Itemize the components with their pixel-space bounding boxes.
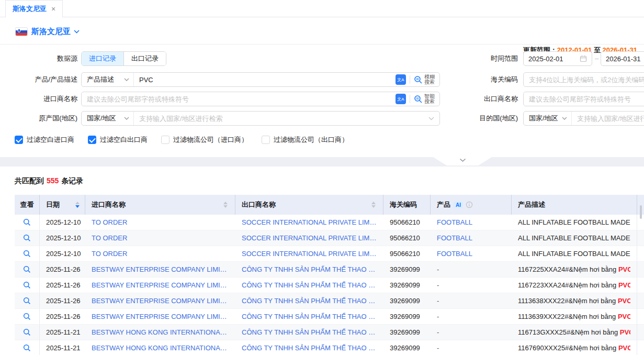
exporter-link[interactable]: SOCCER INTERNATIONAL PRIVATE LIMITED — [242, 234, 377, 242]
origin-select[interactable]: 国家/地区 — [82, 112, 134, 125]
summary-count: 555 — [47, 176, 59, 185]
importer-link[interactable]: BESTWAY ENTERPRISE COMPANY LIMITED — [92, 265, 229, 273]
tab-slovenia[interactable]: 斯洛文尼亚 × — [5, 0, 63, 17]
importer-cell: BESTWAY ENTERPRISE COMPANY LIMITED — [85, 262, 235, 277]
importer-search-addons: 文A 智能搜索 — [391, 94, 439, 104]
product-search-group: 产品描述 文A 模糊搜索 — [81, 72, 440, 87]
extra-cell — [637, 262, 644, 277]
importer-link[interactable]: TO ORDER — [92, 218, 127, 226]
importer-link[interactable]: BESTWAY HONG KONG INTERNATIONAL LI... — [92, 328, 229, 336]
exporter-link[interactable]: SOCCER INTERNATIONAL PRIVATE LIMITED — [242, 218, 377, 226]
slovenia-flag-icon — [16, 28, 27, 36]
date-start-input[interactable]: 2025-02-01 — [523, 51, 592, 66]
fuzzy-search-button[interactable]: 模糊搜索 — [414, 74, 435, 85]
close-icon[interactable]: × — [51, 5, 55, 13]
results-panel: 共匹配到555条记录 查看 日期 进口商名称 出口商名称 海关编码 产品 AI — [0, 167, 644, 355]
exporter-link[interactable]: CÔNG TY TNHH SẢN PHẨM THỂ THAO GIẢ... — [242, 265, 377, 273]
header-product: 产品 AI — [431, 195, 512, 215]
product-link[interactable]: - — [437, 328, 439, 336]
smart-search-button[interactable]: 智能搜索 — [414, 94, 435, 104]
view-search-icon — [23, 265, 31, 273]
origin-select-value: 国家/地区 — [87, 114, 116, 123]
destination-select-value: 国家/地区 — [529, 114, 558, 123]
importer-link[interactable]: BESTWAY ENTERPRISE COMPANY LIMITED — [92, 297, 229, 305]
checkbox-icon[interactable] — [88, 136, 96, 144]
origin-input[interactable] — [134, 115, 423, 123]
chevron-down-icon — [124, 117, 129, 120]
destination-select[interactable]: 国家/地区 — [524, 112, 572, 125]
importer-search-input[interactable] — [82, 95, 391, 103]
product-link[interactable]: FOOTBALL — [437, 250, 472, 258]
exporter-link[interactable]: CÔNG TY TNHH SẢN PHẨM THỂ THAO GIẢ... — [242, 313, 377, 320]
table-body: 2025-12-10 TO ORDER SOCCER INTERNATIONAL… — [15, 215, 644, 355]
product-cell: - — [431, 293, 512, 308]
importer-cell: TO ORDER — [85, 246, 235, 261]
product-link[interactable]: FOOTBALL — [437, 234, 472, 242]
sort-icons[interactable] — [75, 202, 80, 208]
product-link[interactable]: - — [437, 265, 439, 273]
product-search-input[interactable] — [134, 76, 391, 84]
view-record-button[interactable] — [15, 246, 40, 261]
checkbox-filter-blank-importer[interactable]: 过滤空白进口商 — [15, 135, 74, 145]
view-record-button[interactable] — [15, 340, 40, 355]
date-cell: 2025-11-21 — [40, 340, 85, 355]
translate-icon[interactable]: 文A — [396, 94, 406, 104]
product-link[interactable]: - — [437, 281, 439, 289]
view-record-button[interactable] — [15, 293, 40, 308]
exporter-label: 出口商名称 — [445, 92, 518, 106]
checkbox-icon[interactable] — [15, 136, 23, 144]
header-exporter[interactable]: 出口商名称 — [235, 195, 383, 215]
importer-link[interactable]: TO ORDER — [92, 234, 127, 242]
importer-link[interactable]: BESTWAY ENTERPRISE COMPANY LIMITED — [92, 313, 229, 320]
product-field-select[interactable]: 产品描述 — [82, 73, 134, 86]
view-record-button[interactable] — [15, 309, 40, 324]
translate-icon[interactable]: 文A — [396, 74, 406, 85]
product-link[interactable]: - — [437, 344, 439, 352]
header-date[interactable]: 日期 — [40, 195, 85, 215]
importer-cell: BESTWAY ENTERPRISE COMPANY LIMITED — [85, 278, 235, 293]
importer-link[interactable]: TO ORDER — [92, 250, 127, 258]
country-selector[interactable]: 斯洛文尼亚 — [31, 27, 80, 37]
exporter-input[interactable] — [524, 95, 644, 103]
checkbox-icon[interactable] — [262, 136, 270, 144]
importer-link[interactable]: BESTWAY ENTERPRISE COMPANY LIMITED — [92, 281, 229, 289]
date-end-input[interactable]: 2026-01-31 — [601, 51, 644, 66]
destination-input[interactable] — [572, 115, 644, 123]
vertical-scrollbar[interactable] — [640, 205, 642, 219]
hs-code-input[interactable] — [524, 76, 644, 84]
product-link[interactable]: - — [437, 297, 439, 305]
header-importer[interactable]: 进口商名称 — [85, 195, 235, 215]
importer-link[interactable]: BESTWAY HONG KONG INTERNATIONAL LI... — [92, 344, 229, 352]
exporter-link[interactable]: CÔNG TY TNHH SẢN PHẨM THỂ THAO GIẢ... — [242, 281, 377, 289]
view-record-button[interactable] — [15, 215, 40, 230]
tab-import-records[interactable]: 进口记录 — [82, 52, 123, 65]
date-range-separator: – — [595, 51, 598, 66]
checkbox-filter-logistics-importer[interactable]: 过滤物流公司（进口商） — [161, 135, 248, 145]
checkbox-label: 过滤物流公司（进口商） — [173, 135, 248, 145]
exporter-link[interactable]: CÔNG TY TNHH SẢN PHẨM THỂ THAO GIẢ... — [242, 344, 377, 352]
view-search-icon — [23, 313, 31, 320]
exporter-cell: CÔNG TY TNHH SẢN PHẨM THỂ THAO GIẢ... — [235, 293, 383, 308]
tab-export-records[interactable]: 出口记录 — [123, 52, 166, 65]
view-record-button[interactable] — [15, 325, 40, 340]
checkbox-filter-blank-exporter[interactable]: 过滤空白出口商 — [88, 135, 148, 145]
destination-group: 国家/地区 — [523, 111, 644, 126]
sort-icons[interactable] — [223, 202, 228, 208]
calendar-icon — [580, 55, 587, 62]
checkbox-filter-logistics-exporter[interactable]: 过滤物流公司（出口商） — [262, 135, 348, 145]
exporter-link[interactable]: SOCCER INTERNATIONAL PRIVATE LIMITED — [242, 250, 377, 258]
view-record-button[interactable] — [15, 230, 40, 246]
destination-label: 目的国(地区) — [445, 111, 518, 126]
info-icon[interactable] — [466, 201, 473, 208]
importer-label: 进口商名称 — [0, 92, 77, 106]
exporter-link[interactable]: CÔNG TY TNHH SẢN PHẨM THỂ THAO GIẢ... — [242, 297, 377, 305]
sort-icons[interactable] — [371, 202, 376, 208]
product-link[interactable]: FOOTBALL — [437, 218, 472, 226]
collapse-panel-handle[interactable] — [433, 157, 492, 165]
importer-cell: BESTWAY ENTERPRISE COMPANY LIMITED — [85, 309, 235, 324]
checkbox-icon[interactable] — [161, 136, 170, 144]
product-link[interactable]: - — [437, 313, 439, 320]
view-record-button[interactable] — [15, 278, 40, 293]
exporter-link[interactable]: CÔNG TY TNHH SẢN PHẨM THỂ THAO GIẢ... — [242, 328, 377, 336]
view-record-button[interactable] — [15, 262, 40, 277]
